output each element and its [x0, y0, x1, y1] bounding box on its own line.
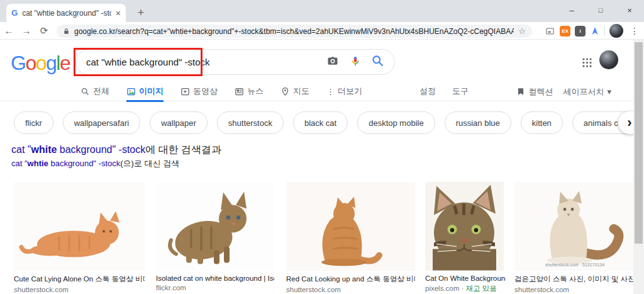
- result-image-3[interactable]: [286, 182, 415, 271]
- minimize-button[interactable]: –: [557, 6, 586, 15]
- nav-right: 컬렉션 세이프서치 ▾: [516, 82, 611, 101]
- collections-button[interactable]: 컬렉션: [516, 86, 553, 98]
- tab-label: 뉴스: [247, 86, 264, 97]
- chip-flickr[interactable]: flickr: [14, 111, 53, 134]
- search-submit-icon[interactable]: [371, 54, 384, 70]
- logo-letter: e: [60, 52, 70, 74]
- scrollbar-thumb[interactable]: [635, 42, 643, 244]
- tab-title: cat "whtie background" -stock -: [22, 9, 111, 18]
- google-favicon-icon: G: [11, 8, 18, 18]
- result-image-1[interactable]: [14, 182, 145, 271]
- forward-button[interactable]: →: [18, 25, 35, 36]
- chip-kitten[interactable]: kitten: [521, 111, 563, 134]
- tabby-cat-face-photo: [425, 182, 504, 271]
- browser-tab[interactable]: G cat "whtie background" -stock - ×: [6, 4, 126, 22]
- search-instead-for-line: cat "whtie background" -stock(으)로 대신 검색: [11, 158, 179, 169]
- logo-letter: o: [36, 52, 46, 74]
- safesearch-dropdown[interactable]: 세이프서치 ▾: [563, 86, 611, 98]
- result-caption-2: Isolated cat on white background | Isola…: [156, 274, 274, 291]
- result-title[interactable]: 검은고양이 스톡 사진, 이미지 및 사진...: [514, 274, 635, 284]
- extension-arrow-icon[interactable]: [590, 26, 600, 36]
- result-domain: shutterstock.com: [286, 286, 415, 293]
- tabby-kitten-standing-photo: [156, 182, 274, 271]
- extensions-row: EX I ⋮: [545, 23, 641, 39]
- window-controls: – □ ×: [557, 0, 644, 20]
- chip-russian-blue[interactable]: russian blue: [445, 111, 511, 134]
- reload-button[interactable]: ⟳: [35, 25, 53, 37]
- watermark-text: shutterstock.com · 513170134: [514, 263, 635, 267]
- chip-wallpaper[interactable]: wallpaper: [150, 111, 208, 134]
- browser-window: G cat "whtie background" -stock - × + – …: [0, 0, 644, 294]
- related-chips-row: flickr wallpapersafari wallpaper shutter…: [0, 109, 633, 137]
- more-dots-icon: ⋮: [326, 87, 335, 96]
- result-title[interactable]: Cute Cat Lying Alone On 스톡 동영상 비디오(...: [14, 274, 145, 284]
- tab-close-icon[interactable]: ×: [116, 8, 121, 18]
- chrome-menu-icon[interactable]: ⋮: [628, 26, 641, 36]
- lock-icon: [63, 28, 70, 35]
- account-avatar[interactable]: [599, 50, 618, 69]
- url-text: google.co.kr/search?q=cat+"whtie+backgro…: [74, 27, 514, 36]
- extension-pip-icon[interactable]: [545, 26, 555, 36]
- result-title[interactable]: Cat On White Background...: [425, 274, 506, 282]
- bookmark-star-icon[interactable]: ☆: [518, 26, 526, 36]
- logo-letter: o: [25, 52, 35, 74]
- result-title[interactable]: Isolated cat on white background | Isola…: [156, 274, 274, 282]
- showing-results-for-line: cat "white background" -stock에 대한 검색결과: [11, 144, 221, 157]
- google-logo[interactable]: Google: [11, 52, 70, 75]
- tab-more[interactable]: ⋮ 더보기: [326, 82, 362, 101]
- tab-maps[interactable]: 지도: [280, 82, 309, 101]
- close-window-button[interactable]: ×: [615, 6, 644, 15]
- tools-link[interactable]: 도구: [452, 86, 469, 97]
- query-part: cat ": [11, 144, 31, 155]
- query-part: cat ": [11, 159, 28, 168]
- google-apps-grid-icon[interactable]: [581, 57, 593, 71]
- orange-cat-back-view-photo: [286, 182, 415, 271]
- caret-down-icon: ▾: [607, 87, 611, 96]
- orange-cat-lying-photo: [14, 182, 145, 271]
- result-image-2[interactable]: [156, 182, 274, 271]
- result-domain: shutterstock.com: [14, 286, 145, 293]
- address-bar[interactable]: google.co.kr/search?q=cat+"whtie+backgro…: [57, 25, 532, 38]
- result-image-4[interactable]: [425, 182, 504, 271]
- search-input[interactable]: [86, 57, 326, 67]
- tab-label: 더보기: [338, 86, 362, 97]
- chip-desktop-mobile[interactable]: desktop mobile: [357, 111, 435, 134]
- tab-news[interactable]: 뉴스: [235, 82, 264, 101]
- nav-extra: 설정 도구: [419, 86, 469, 97]
- camera-search-icon[interactable]: [326, 55, 340, 70]
- query-part: background" -stock: [48, 159, 120, 168]
- profile-avatar[interactable]: [609, 24, 623, 38]
- tab-images[interactable]: 이미지: [126, 82, 164, 101]
- extension-ex-icon[interactable]: EX: [560, 26, 570, 37]
- cream-fluffy-cat-photo: [514, 182, 635, 271]
- result-domain: flickr.com: [156, 284, 274, 291]
- result-image-5[interactable]: shutterstock.com · 513170134: [514, 182, 635, 271]
- back-button[interactable]: ←: [0, 25, 18, 36]
- original-query-link[interactable]: cat "whtie background" -stock: [11, 159, 120, 168]
- result-caption-1: Cute Cat Lying Alone On 스톡 동영상 비디오(... s…: [14, 274, 145, 293]
- chip-black-cat[interactable]: black cat: [293, 111, 348, 134]
- page-scrollbar[interactable]: [633, 40, 644, 294]
- tab-label: 동영상: [193, 86, 218, 97]
- result-title[interactable]: Red Cat Looking up and 스톡 동영상 비디오(...: [286, 274, 415, 284]
- extension-i-icon[interactable]: I: [575, 26, 586, 37]
- result-domain: pixels.com · 재고 있음: [425, 284, 506, 293]
- notice-suffix: (으)로 대신 검색: [120, 159, 179, 168]
- tab-strip: G cat "whtie background" -stock - × + – …: [0, 0, 644, 22]
- in-stock-badge: 재고 있음: [466, 285, 497, 292]
- tab-videos[interactable]: 동영상: [180, 82, 218, 101]
- tab-all[interactable]: 전체: [80, 82, 109, 101]
- chip-shutterstock[interactable]: shutterstock: [217, 111, 284, 134]
- result-caption-4: Cat On White Background... pixels.com · …: [425, 274, 506, 293]
- tab-label: 지도: [293, 86, 309, 97]
- new-tab-button[interactable]: +: [133, 5, 148, 20]
- chip-wallpapersafari[interactable]: wallpapersafari: [63, 111, 140, 134]
- toolbar-divider: [604, 26, 605, 36]
- query-typo-word: whtie: [28, 159, 48, 168]
- voice-search-icon[interactable]: [350, 55, 361, 70]
- maximize-button[interactable]: □: [586, 6, 615, 14]
- search-box[interactable]: [75, 49, 395, 75]
- settings-link[interactable]: 설정: [419, 86, 436, 97]
- corrected-query-link[interactable]: cat "white background" -stock: [11, 144, 145, 155]
- safesearch-label: 세이프서치: [563, 86, 604, 98]
